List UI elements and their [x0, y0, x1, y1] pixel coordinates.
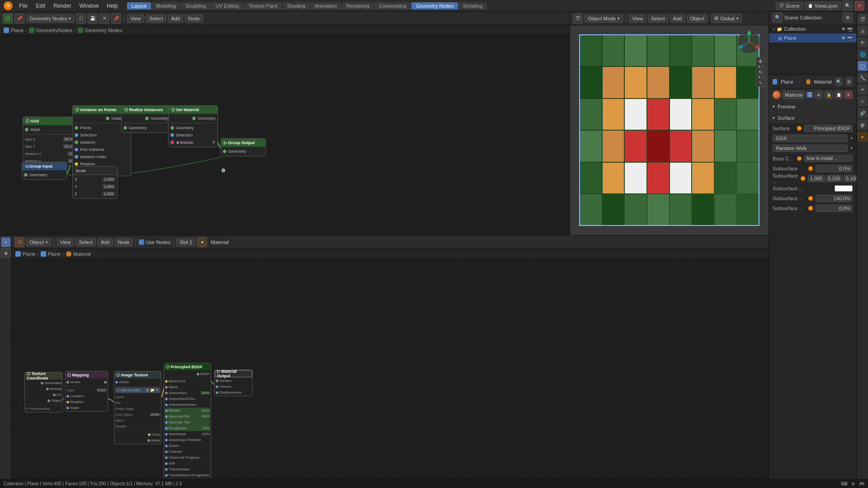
node-menu[interactable]: Node: [185, 14, 203, 23]
subsurface-aniso-value[interactable]: 0.0%: [816, 205, 853, 212]
nav-gizmo[interactable]: Y X Z: [737, 30, 762, 55]
prop-icon-data[interactable]: ▦: [858, 120, 868, 130]
menu-help[interactable]: Help: [103, 2, 122, 10]
base-color-value[interactable]: how to install ...: [804, 155, 853, 162]
transform-orient[interactable]: ⊞Global▾: [711, 14, 742, 23]
editor-type-selector[interactable]: Geometry Nodes ▾: [26, 14, 74, 23]
subsurface-radius-dot[interactable]: [801, 176, 805, 181]
subsurface-color-swatch[interactable]: [835, 185, 853, 192]
collection-render[interactable]: 📷: [847, 27, 853, 32]
outliner-filter[interactable]: 🔍: [773, 13, 783, 23]
menu-file[interactable]: File: [15, 2, 31, 10]
editor-type-icon[interactable]: ⬡: [3, 14, 13, 23]
base-color-dot[interactable]: [797, 156, 802, 161]
mat-name-field[interactable]: Material: [783, 91, 805, 99]
prop-icon-physics[interactable]: ⚛: [858, 96, 868, 106]
rotate-icon[interactable]: ↻: [756, 67, 765, 76]
breadcrumb-geonodes[interactable]: GeometryNodes: [36, 28, 72, 33]
mat-delete[interactable]: ✕: [844, 91, 853, 99]
node-set-material[interactable]: ⬡ Set Material Geometry Geometry Selecti…: [168, 105, 218, 147]
prop-icon-material[interactable]: ●: [858, 131, 868, 141]
mat-editor-type-icon[interactable]: ⬡: [14, 237, 24, 247]
mat-view-menu[interactable]: View: [57, 238, 74, 246]
tab-sculpting[interactable]: Sculpting: [181, 2, 210, 9]
mat-select-menu[interactable]: Select: [75, 238, 96, 246]
mat-node-menu[interactable]: Node: [115, 238, 133, 246]
node-tex-coord[interactable]: ⬡ Texture Coordinate Generated Normal UV…: [24, 372, 63, 413]
mat-bc-plane2[interactable]: Plane: [48, 251, 61, 257]
pin-btn[interactable]: 📌: [111, 14, 121, 23]
subsurface-value[interactable]: 0.0%: [816, 165, 853, 172]
mat-slot-selector[interactable]: Slot 1: [176, 238, 195, 246]
header-close[interactable]: ✕: [854, 1, 864, 11]
scene-selector[interactable]: 🎬 Scene: [776, 2, 803, 10]
tab-modeling[interactable]: Modeling: [151, 2, 181, 9]
add-menu[interactable]: Add: [168, 14, 183, 23]
viewport-object[interactable]: Object: [687, 14, 708, 23]
menu-render[interactable]: Render: [50, 2, 75, 10]
scale-icon[interactable]: ⤡: [756, 78, 765, 87]
tool-select[interactable]: ↖: [1, 237, 11, 247]
tab-animation[interactable]: Animation: [310, 2, 341, 9]
tab-texture-paint[interactable]: Texture Paint: [244, 2, 282, 9]
prop-icon-view[interactable]: 👁: [858, 38, 868, 47]
blender-logo[interactable]: ⊙: [4, 1, 13, 10]
node-tree-icon[interactable]: ⬡: [76, 14, 86, 23]
tool-cursor[interactable]: ⊕: [1, 248, 11, 258]
search-props[interactable]: 🔍: [835, 78, 842, 86]
tab-rendering[interactable]: Rendering: [342, 2, 374, 9]
node-image-texture[interactable]: ⬡ Image Texture Vector ⬚how to install P…: [114, 371, 161, 444]
mat-fake-user[interactable]: 🔒: [825, 91, 833, 99]
viewport-add[interactable]: Add: [670, 14, 685, 23]
collection-visibility[interactable]: 👁: [841, 27, 846, 32]
surface-header[interactable]: ▾ Surface: [769, 113, 856, 123]
select-menu[interactable]: Select: [146, 14, 166, 23]
viewport-canvas[interactable]: Y X Z ✛ ↻: [570, 25, 769, 235]
tab-shading[interactable]: Shading: [283, 2, 310, 9]
use-nodes-checkbox[interactable]: ✓: [139, 239, 144, 245]
view-menu[interactable]: View: [127, 14, 144, 23]
outliner-item-collection[interactable]: ▾ 📁 Collection 👁 📷: [769, 24, 856, 33]
menu-edit[interactable]: Edit: [32, 2, 49, 10]
node-scale[interactable]: Scale X1.000 Y1.000 Z1.000: [72, 166, 118, 199]
subsurface-ior-dot[interactable]: [808, 196, 813, 201]
tab-uv-editing[interactable]: UV Editing: [211, 2, 244, 9]
prop-icon-particles[interactable]: ✦: [858, 84, 868, 94]
mat-bc-plane1[interactable]: Plane: [23, 251, 35, 257]
viewport-editor-icon[interactable]: 🎬: [573, 14, 583, 23]
node-material-output[interactable]: ▷ Material Output Surface Volume Displac…: [214, 370, 253, 396]
preview-header[interactable]: ▾ Preview: [769, 101, 856, 112]
node-realize-instances[interactable]: ⬡ Realize Instances Geometry Geometry: [121, 105, 171, 133]
mat-new[interactable]: 📋: [835, 91, 843, 99]
prop-icon-scene[interactable]: 🎬: [858, 14, 868, 24]
menu-window[interactable]: Window: [75, 2, 102, 10]
viewport-mode[interactable]: Object Mode▾: [585, 14, 623, 23]
subsurface-method-value[interactable]: Random Walk: [773, 145, 848, 152]
subsurface-aniso-dot[interactable]: [808, 206, 813, 211]
subsurface-r1[interactable]: 1.000: [808, 175, 825, 182]
tab-layout[interactable]: Layout: [127, 2, 151, 9]
node-group-input[interactable]: ◁ Group Input Geometry: [22, 162, 67, 180]
mat-users[interactable]: ⊕: [815, 91, 823, 99]
node-mapping[interactable]: ⬡ Mapping Vector TypePoint Location Rota…: [65, 371, 108, 412]
surface-value[interactable]: Principled BSDF: [804, 125, 853, 132]
subsurface-ior-value[interactable]: 140.0%: [816, 195, 853, 202]
plane-visibility[interactable]: 👁: [841, 36, 846, 41]
viewport-view[interactable]: View: [629, 14, 646, 23]
viewport-select[interactable]: Select: [648, 14, 668, 23]
distribution-value[interactable]: GGX: [773, 135, 848, 142]
tab-geometry-nodes[interactable]: Geometry Nodes: [411, 2, 458, 9]
outliner-options[interactable]: ⊞: [843, 13, 853, 23]
viewlayer-selector[interactable]: 📋 ViewLayer: [805, 2, 841, 10]
save-icon[interactable]: 💾: [88, 14, 98, 23]
tab-scripting[interactable]: Scripting: [458, 2, 487, 9]
mat-object-selector[interactable]: Object ▾: [26, 238, 51, 246]
header-search[interactable]: 🔍: [843, 1, 853, 11]
tab-compositing[interactable]: Compositing: [374, 2, 411, 9]
mat-add-menu[interactable]: Add: [98, 238, 113, 246]
prop-expand[interactable]: ⊞: [846, 78, 853, 86]
node-grid[interactable]: ⬡ Grid Mesh Size X20 m Size Y20 m Vertic…: [23, 117, 77, 166]
node-principled-bsdf[interactable]: ⬡ Principled BSDF BSDF BaseColor Alpha S…: [164, 363, 211, 488]
subsurface-r3[interactable]: 0.100: [844, 175, 856, 182]
node-group-output[interactable]: ▷ Group Output Geometry: [221, 138, 266, 156]
